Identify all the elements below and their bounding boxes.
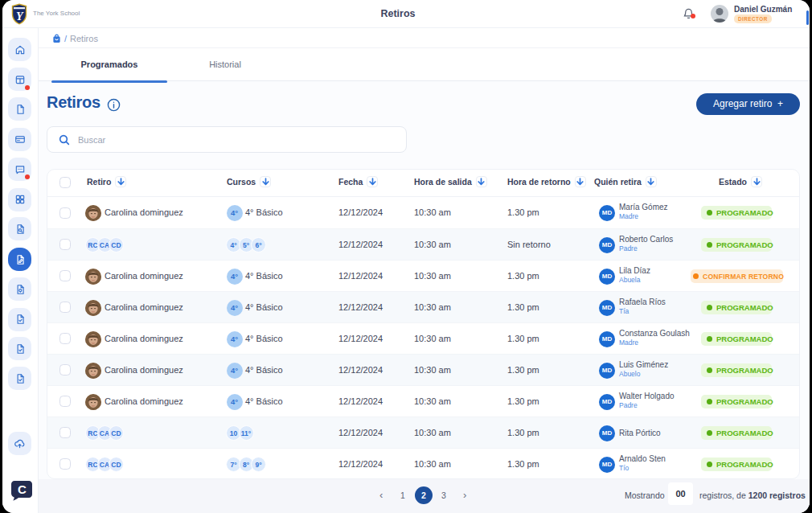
svg-text:C: C xyxy=(18,482,27,496)
